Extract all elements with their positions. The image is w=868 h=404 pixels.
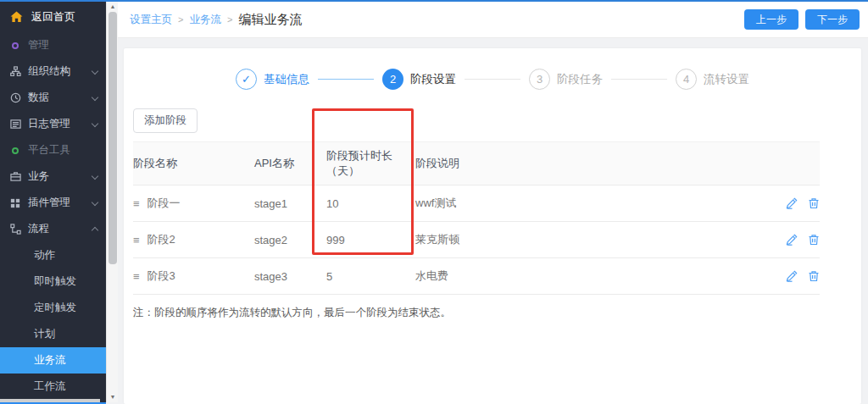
sidebar-subitem-instant-trigger[interactable]: 即时触发 — [0, 268, 106, 295]
sidebar-item-process[interactable]: 流程 — [0, 216, 106, 242]
sidebar: 返回首页 管理 组织结构 数据 日志管理 — [0, 2, 106, 402]
briefcase-icon — [9, 171, 21, 183]
sidebar-item-data[interactable]: 数据 — [0, 85, 106, 111]
sidebar-scrollbar[interactable]: ▲ ▼ — [106, 2, 118, 402]
scroll-up-arrow-icon[interactable]: ▲ — [107, 2, 119, 12]
delete-icon[interactable] — [808, 197, 820, 209]
add-stage-button[interactable]: 添加阶段 — [133, 108, 198, 133]
step-number: 2 — [382, 69, 403, 90]
sidebar-item-platform-tools[interactable]: 平台工具 — [0, 137, 106, 163]
sidebar-home-link[interactable]: 返回首页 — [0, 2, 106, 32]
column-header-duration: 阶段预计时长（天） — [326, 142, 415, 185]
stage-name: 阶段一 — [147, 196, 181, 211]
step-flow-settings[interactable]: 4 流转设置 — [676, 69, 749, 90]
stage-duration: 5 — [326, 260, 415, 293]
step-label: 阶段设置 — [410, 72, 456, 87]
step-label: 流转设置 — [704, 72, 749, 87]
scroll-down-arrow-icon[interactable]: ▼ — [107, 392, 119, 402]
sidebar-item-label: 日志管理 — [28, 117, 70, 131]
sidebar-item-business[interactable]: 业务 — [0, 163, 106, 190]
next-step-button[interactable]: 下一步 — [805, 9, 860, 30]
screen: 返回首页 管理 组织结构 数据 日志管理 — [0, 0, 868, 404]
drag-handle-icon[interactable]: ≡ — [133, 234, 140, 246]
breadcrumb: 设置主页 > 业务流 > 编辑业务流 — [130, 12, 302, 28]
step-number: 4 — [676, 69, 697, 90]
stage-name: 阶段2 — [147, 232, 175, 247]
sidebar-subitem-label: 即时触发 — [34, 274, 76, 289]
step-stage-settings[interactable]: 2 阶段设置 — [382, 69, 456, 90]
sidebar-item-label: 数据 — [28, 91, 49, 105]
wizard-steps: ✓ 基础信息 2 阶段设置 3 阶段任务 4 — [133, 48, 852, 90]
step-label: 基础信息 — [264, 72, 309, 87]
step-check-icon: ✓ — [236, 69, 257, 90]
breadcrumb-link-settings-home[interactable]: 设置主页 — [130, 13, 172, 27]
sidebar-subitem-action[interactable]: 动作 — [0, 242, 106, 268]
breadcrumb-link-business-flow[interactable]: 业务流 — [189, 13, 221, 27]
api-name: stage1 — [254, 187, 326, 220]
window-top-accent — [0, 0, 868, 2]
step-label: 阶段任务 — [557, 72, 603, 87]
plugin-grid-icon — [9, 197, 21, 209]
edit-icon[interactable] — [786, 270, 798, 282]
stage-description: wwf测试 — [415, 185, 769, 221]
column-header-api-name: API名称 — [254, 150, 326, 177]
prev-step-button[interactable]: 上一步 — [744, 9, 798, 30]
breadcrumb-separator: > — [227, 14, 232, 25]
drag-handle-icon[interactable]: ≡ — [133, 270, 140, 283]
breadcrumb-separator: > — [178, 14, 183, 25]
chevron-down-icon — [92, 199, 98, 206]
sidebar-subitem-business-flow[interactable]: 业务流 — [0, 347, 106, 374]
log-list-icon — [9, 119, 21, 130]
page-background: ✓ 基础信息 2 阶段设置 3 阶段任务 4 — [118, 39, 868, 404]
main-area: 设置主页 > 业务流 > 编辑业务流 上一步 下一步 ✓ 基础信息 — [118, 2, 868, 404]
column-header-actions — [769, 158, 820, 169]
sidebar-item-label: 组织结构 — [28, 64, 70, 79]
step-stage-tasks[interactable]: 3 阶段任务 — [529, 69, 603, 90]
page-title: 编辑业务流 — [238, 12, 302, 28]
top-bar: 设置主页 > 业务流 > 编辑业务流 上一步 下一步 — [118, 2, 868, 38]
home-icon — [10, 11, 23, 23]
chevron-down-icon — [92, 120, 98, 127]
sidebar-item-label: 管理 — [28, 38, 49, 53]
sidebar-subitem-timed-trigger[interactable]: 定时触发 — [0, 295, 106, 321]
chevron-down-icon — [92, 173, 98, 180]
delete-icon[interactable] — [808, 234, 820, 246]
step-basic-info[interactable]: ✓ 基础信息 — [236, 69, 309, 90]
edit-icon[interactable] — [786, 234, 798, 246]
stage-duration: 10 — [326, 187, 415, 220]
sidebar-subitem-workflow[interactable]: 工作流 — [0, 374, 106, 400]
chevron-down-icon — [92, 68, 98, 75]
step-connector — [318, 79, 374, 80]
scrollbar-thumb[interactable] — [108, 12, 117, 264]
sidebar-item-org[interactable]: 组织结构 — [0, 58, 106, 85]
sidebar-subitem-label: 动作 — [34, 248, 55, 263]
flow-icon — [9, 224, 21, 235]
sidebar-item-guanli[interactable]: 管理 — [0, 32, 106, 58]
sidebar-item-label: 平台工具 — [28, 143, 70, 158]
api-name: stage2 — [254, 224, 326, 257]
drag-handle-icon[interactable]: ≡ — [133, 197, 140, 210]
clock-icon — [9, 92, 21, 104]
stage-name: 阶段3 — [147, 268, 175, 284]
table-header-row: 阶段名称 API名称 阶段预计时长（天） 阶段说明 — [133, 141, 820, 185]
stage-duration: 999 — [326, 224, 415, 257]
org-chart-icon — [9, 66, 21, 78]
sidebar-item-plugins[interactable]: 插件管理 — [0, 190, 106, 216]
column-header-stage-name: 阶段名称 — [133, 150, 254, 177]
sidebar-subitem-label: 业务流 — [34, 353, 66, 368]
purple-ring-icon — [9, 40, 21, 52]
sidebar-item-label: 插件管理 — [28, 196, 70, 210]
table-row: ≡ 阶段2 stage2 999 莱克斯顿 — [133, 222, 820, 258]
sidebar-item-logs[interactable]: 日志管理 — [0, 111, 106, 137]
chevron-down-icon — [92, 94, 98, 101]
stage-description: 水电费 — [415, 258, 769, 294]
table-row: ≡ 阶段一 stage1 10 wwf测试 — [133, 185, 820, 222]
content-card: ✓ 基础信息 2 阶段设置 3 阶段任务 4 — [124, 48, 861, 404]
delete-icon[interactable] — [808, 270, 820, 282]
step-connector — [465, 79, 520, 80]
edit-icon[interactable] — [786, 197, 798, 209]
sidebar-subitem-plan[interactable]: 计划 — [0, 321, 106, 347]
api-name: stage3 — [254, 260, 326, 293]
stage-description: 莱克斯顿 — [415, 222, 769, 257]
column-header-description: 阶段说明 — [415, 150, 769, 177]
